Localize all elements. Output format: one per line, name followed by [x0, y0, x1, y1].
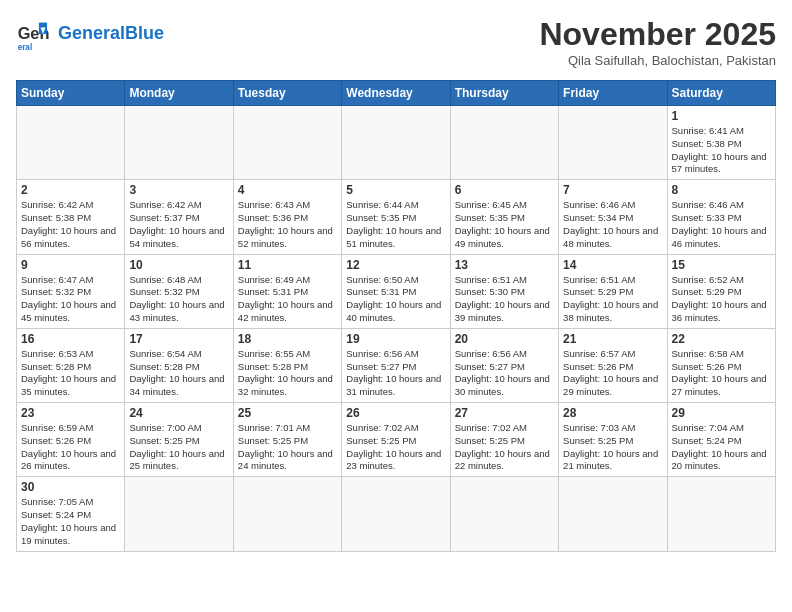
day-info: Sunrise: 6:52 AM Sunset: 5:29 PM Dayligh… — [672, 274, 771, 325]
logo-general: General — [58, 23, 125, 43]
day-info: Sunrise: 6:55 AM Sunset: 5:28 PM Dayligh… — [238, 348, 337, 399]
day-number: 10 — [129, 258, 228, 272]
day-info: Sunrise: 7:05 AM Sunset: 5:24 PM Dayligh… — [21, 496, 120, 547]
day-info: Sunrise: 7:01 AM Sunset: 5:25 PM Dayligh… — [238, 422, 337, 473]
calendar-week-row: 1Sunrise: 6:41 AM Sunset: 5:38 PM Daylig… — [17, 106, 776, 180]
calendar-cell — [450, 106, 558, 180]
day-info: Sunrise: 6:56 AM Sunset: 5:27 PM Dayligh… — [346, 348, 445, 399]
weekday-header-sunday: Sunday — [17, 81, 125, 106]
calendar-cell — [559, 106, 667, 180]
day-info: Sunrise: 6:41 AM Sunset: 5:38 PM Dayligh… — [672, 125, 771, 176]
calendar-cell: 7Sunrise: 6:46 AM Sunset: 5:34 PM Daylig… — [559, 180, 667, 254]
calendar-cell: 4Sunrise: 6:43 AM Sunset: 5:36 PM Daylig… — [233, 180, 341, 254]
calendar-cell: 9Sunrise: 6:47 AM Sunset: 5:32 PM Daylig… — [17, 254, 125, 328]
location: Qila Saifullah, Balochistan, Pakistan — [539, 53, 776, 68]
calendar-cell — [342, 106, 450, 180]
calendar-week-row: 16Sunrise: 6:53 AM Sunset: 5:28 PM Dayli… — [17, 328, 776, 402]
day-info: Sunrise: 6:53 AM Sunset: 5:28 PM Dayligh… — [21, 348, 120, 399]
calendar-cell: 30Sunrise: 7:05 AM Sunset: 5:24 PM Dayli… — [17, 477, 125, 551]
day-info: Sunrise: 6:46 AM Sunset: 5:34 PM Dayligh… — [563, 199, 662, 250]
calendar-cell: 10Sunrise: 6:48 AM Sunset: 5:32 PM Dayli… — [125, 254, 233, 328]
calendar-cell: 6Sunrise: 6:45 AM Sunset: 5:35 PM Daylig… — [450, 180, 558, 254]
day-number: 6 — [455, 183, 554, 197]
day-info: Sunrise: 7:03 AM Sunset: 5:25 PM Dayligh… — [563, 422, 662, 473]
calendar-cell: 16Sunrise: 6:53 AM Sunset: 5:28 PM Dayli… — [17, 328, 125, 402]
day-number: 20 — [455, 332, 554, 346]
svg-text:eral: eral — [18, 43, 33, 52]
day-number: 7 — [563, 183, 662, 197]
day-number: 14 — [563, 258, 662, 272]
day-number: 8 — [672, 183, 771, 197]
day-info: Sunrise: 6:59 AM Sunset: 5:26 PM Dayligh… — [21, 422, 120, 473]
logo-icon: Gen eral — [16, 16, 52, 52]
calendar-cell: 13Sunrise: 6:51 AM Sunset: 5:30 PM Dayli… — [450, 254, 558, 328]
calendar-cell — [342, 477, 450, 551]
day-number: 13 — [455, 258, 554, 272]
calendar-cell: 29Sunrise: 7:04 AM Sunset: 5:24 PM Dayli… — [667, 403, 775, 477]
day-info: Sunrise: 7:04 AM Sunset: 5:24 PM Dayligh… — [672, 422, 771, 473]
day-number: 21 — [563, 332, 662, 346]
day-info: Sunrise: 6:45 AM Sunset: 5:35 PM Dayligh… — [455, 199, 554, 250]
calendar-cell: 11Sunrise: 6:49 AM Sunset: 5:31 PM Dayli… — [233, 254, 341, 328]
day-info: Sunrise: 6:54 AM Sunset: 5:28 PM Dayligh… — [129, 348, 228, 399]
day-number: 30 — [21, 480, 120, 494]
calendar-cell: 5Sunrise: 6:44 AM Sunset: 5:35 PM Daylig… — [342, 180, 450, 254]
day-info: Sunrise: 6:42 AM Sunset: 5:37 PM Dayligh… — [129, 199, 228, 250]
logo-text: GeneralBlue — [58, 24, 164, 44]
weekday-header-friday: Friday — [559, 81, 667, 106]
day-info: Sunrise: 6:47 AM Sunset: 5:32 PM Dayligh… — [21, 274, 120, 325]
calendar-cell: 3Sunrise: 6:42 AM Sunset: 5:37 PM Daylig… — [125, 180, 233, 254]
calendar-cell: 27Sunrise: 7:02 AM Sunset: 5:25 PM Dayli… — [450, 403, 558, 477]
calendar-cell: 12Sunrise: 6:50 AM Sunset: 5:31 PM Dayli… — [342, 254, 450, 328]
calendar-cell: 18Sunrise: 6:55 AM Sunset: 5:28 PM Dayli… — [233, 328, 341, 402]
calendar-week-row: 30Sunrise: 7:05 AM Sunset: 5:24 PM Dayli… — [17, 477, 776, 551]
day-number: 4 — [238, 183, 337, 197]
weekday-header-saturday: Saturday — [667, 81, 775, 106]
day-number: 25 — [238, 406, 337, 420]
weekday-header-monday: Monday — [125, 81, 233, 106]
day-number: 3 — [129, 183, 228, 197]
day-number: 1 — [672, 109, 771, 123]
calendar-cell: 26Sunrise: 7:02 AM Sunset: 5:25 PM Dayli… — [342, 403, 450, 477]
day-number: 23 — [21, 406, 120, 420]
day-info: Sunrise: 6:58 AM Sunset: 5:26 PM Dayligh… — [672, 348, 771, 399]
day-number: 12 — [346, 258, 445, 272]
day-info: Sunrise: 6:49 AM Sunset: 5:31 PM Dayligh… — [238, 274, 337, 325]
calendar-cell: 1Sunrise: 6:41 AM Sunset: 5:38 PM Daylig… — [667, 106, 775, 180]
day-number: 22 — [672, 332, 771, 346]
day-info: Sunrise: 6:46 AM Sunset: 5:33 PM Dayligh… — [672, 199, 771, 250]
day-number: 18 — [238, 332, 337, 346]
day-info: Sunrise: 6:43 AM Sunset: 5:36 PM Dayligh… — [238, 199, 337, 250]
day-number: 29 — [672, 406, 771, 420]
logo-blue: Blue — [125, 23, 164, 43]
calendar-cell — [559, 477, 667, 551]
day-number: 9 — [21, 258, 120, 272]
calendar-week-row: 23Sunrise: 6:59 AM Sunset: 5:26 PM Dayli… — [17, 403, 776, 477]
calendar-cell — [233, 477, 341, 551]
calendar-cell — [233, 106, 341, 180]
day-number: 11 — [238, 258, 337, 272]
weekday-header-tuesday: Tuesday — [233, 81, 341, 106]
page-header: Gen eral GeneralBlue November 2025 Qila … — [16, 16, 776, 68]
day-number: 5 — [346, 183, 445, 197]
weekday-header-wednesday: Wednesday — [342, 81, 450, 106]
month-title: November 2025 — [539, 16, 776, 53]
day-info: Sunrise: 6:51 AM Sunset: 5:30 PM Dayligh… — [455, 274, 554, 325]
calendar-cell: 19Sunrise: 6:56 AM Sunset: 5:27 PM Dayli… — [342, 328, 450, 402]
day-number: 27 — [455, 406, 554, 420]
logo: Gen eral GeneralBlue — [16, 16, 164, 52]
day-info: Sunrise: 7:02 AM Sunset: 5:25 PM Dayligh… — [346, 422, 445, 473]
calendar-cell: 20Sunrise: 6:56 AM Sunset: 5:27 PM Dayli… — [450, 328, 558, 402]
day-number: 16 — [21, 332, 120, 346]
day-info: Sunrise: 7:02 AM Sunset: 5:25 PM Dayligh… — [455, 422, 554, 473]
calendar-week-row: 2Sunrise: 6:42 AM Sunset: 5:38 PM Daylig… — [17, 180, 776, 254]
day-info: Sunrise: 6:56 AM Sunset: 5:27 PM Dayligh… — [455, 348, 554, 399]
calendar-cell: 22Sunrise: 6:58 AM Sunset: 5:26 PM Dayli… — [667, 328, 775, 402]
calendar-cell: 24Sunrise: 7:00 AM Sunset: 5:25 PM Dayli… — [125, 403, 233, 477]
day-number: 2 — [21, 183, 120, 197]
calendar: SundayMondayTuesdayWednesdayThursdayFrid… — [16, 80, 776, 552]
day-info: Sunrise: 6:57 AM Sunset: 5:26 PM Dayligh… — [563, 348, 662, 399]
calendar-cell — [17, 106, 125, 180]
calendar-cell — [667, 477, 775, 551]
calendar-week-row: 9Sunrise: 6:47 AM Sunset: 5:32 PM Daylig… — [17, 254, 776, 328]
